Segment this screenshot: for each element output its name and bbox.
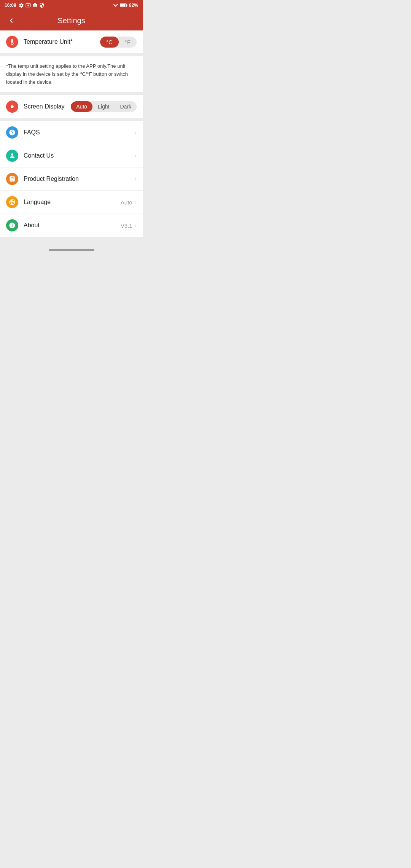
screen-display-card: Screen Display Auto Light Dark (0, 95, 143, 118)
screen-display-row: Screen Display Auto Light Dark (0, 95, 143, 118)
dark-display-button[interactable]: Dark (115, 101, 137, 112)
faqs-label: FAQS (24, 129, 135, 136)
app-bar: Settings (0, 11, 143, 30)
screen-display-label: Screen Display (24, 103, 71, 110)
auto-display-button[interactable]: Auto (71, 101, 92, 112)
temperature-note: *The temp unit setting applies to the AP… (0, 56, 143, 92)
screen-display-toggle[interactable]: Auto Light Dark (71, 101, 137, 112)
celsius-button[interactable]: °C (100, 37, 119, 48)
screen-display-icon (6, 101, 18, 113)
temperature-toggle[interactable]: °C °F (100, 37, 137, 48)
contact-us-row[interactable]: Contact Us › (0, 144, 143, 168)
about-icon (6, 219, 18, 231)
temperature-unit-label: Temperature Unit* (24, 38, 100, 45)
status-right: 82% (112, 3, 138, 8)
back-button[interactable] (5, 14, 18, 27)
faqs-icon (6, 126, 18, 139)
faqs-chevron: › (135, 129, 137, 136)
light-display-button[interactable]: Light (92, 101, 115, 112)
status-icons (19, 3, 45, 8)
home-bar (49, 249, 94, 251)
about-value: V3.1 (121, 222, 132, 229)
language-row[interactable]: Language Auto › (0, 191, 143, 214)
contact-us-label: Contact Us (24, 152, 135, 159)
status-bar: 16:08 82% (0, 0, 143, 11)
svg-rect-4 (120, 4, 126, 7)
contact-us-chevron: › (135, 152, 137, 159)
about-row[interactable]: About V3.1 › (0, 214, 143, 237)
temperature-unit-row: Temperature Unit* °C °F (0, 30, 143, 53)
svg-point-5 (11, 105, 14, 108)
status-time: 16:08 (5, 3, 45, 8)
about-chevron: › (135, 222, 137, 229)
language-chevron: › (135, 199, 137, 206)
contact-us-icon (6, 150, 18, 162)
language-value: Auto (121, 199, 132, 206)
svg-rect-3 (127, 5, 127, 6)
faqs-row[interactable]: FAQS › (0, 121, 143, 144)
language-label: Language (24, 199, 121, 206)
home-indicator (0, 244, 143, 255)
product-registration-label: Product Registration (24, 176, 135, 182)
product-registration-chevron: › (135, 176, 137, 182)
about-label: About (24, 222, 121, 229)
product-registration-row[interactable]: Product Registration › (0, 168, 143, 191)
settings-content: Temperature Unit* °C °F *The temp unit s… (0, 30, 143, 237)
temperature-icon (6, 36, 18, 48)
language-icon (6, 196, 18, 208)
page-title: Settings (18, 16, 124, 25)
svg-point-1 (27, 5, 29, 6)
menu-items-card: FAQS › Contact Us › Product Registration… (0, 121, 143, 237)
product-registration-icon (6, 173, 18, 185)
temperature-unit-card: Temperature Unit* °C °F (0, 30, 143, 53)
fahrenheit-button[interactable]: °F (119, 37, 137, 48)
